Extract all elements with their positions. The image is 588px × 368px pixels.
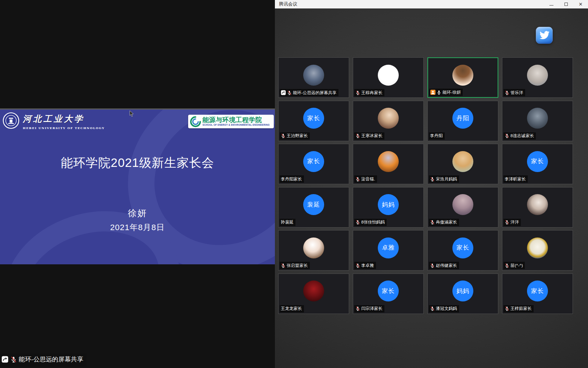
- participant-label: 李丹阳: [429, 132, 445, 140]
- muted-mic-icon: [355, 263, 360, 268]
- window-title: 腾讯会议: [275, 1, 297, 7]
- participant-name: 管乐洋: [510, 90, 523, 96]
- slide-date: 2021年8月8日: [0, 222, 275, 233]
- muted-mic-icon: [355, 220, 360, 225]
- tencent-meeting-logo: [536, 27, 553, 44]
- participant-tile[interactable]: 家长李泽昕家长: [502, 144, 573, 184]
- participant-name: 苗(^-^): [510, 263, 523, 268]
- participant-label: 宋浩月妈妈: [429, 175, 459, 183]
- participant-name: 能环-徐妍: [442, 90, 461, 95]
- participant-tile[interactable]: 洋洋: [502, 187, 573, 228]
- participant-name: 王治野家长: [287, 133, 308, 139]
- muted-mic-icon: [355, 90, 360, 95]
- participant-name: 闫宗泽家长: [361, 306, 383, 311]
- school-swirl-icon: [190, 116, 201, 128]
- participant-tile[interactable]: 张启盟家长: [278, 230, 349, 271]
- avatar: [452, 151, 473, 172]
- participant-tile[interactable]: 家长王治野家长: [278, 101, 349, 141]
- participant-tile[interactable]: 家长赵伟健家长: [427, 230, 498, 271]
- shared-screen-area: 河北工业大学 HEBEI UNIVERSITY OF TECHNOLOGY 能源…: [0, 0, 275, 368]
- school-name: 能源与环境工程学院: [202, 117, 270, 124]
- participant-name: 能环-公思远的屏幕共享: [293, 90, 337, 96]
- maximize-button[interactable]: [559, 0, 573, 8]
- participant-label: 王寒冰家长: [354, 132, 384, 140]
- slide-presenter-name: 徐妍: [0, 207, 275, 219]
- participant-tile[interactable]: 柒音猫.: [353, 144, 424, 184]
- participant-label: 李卓雅: [354, 262, 376, 269]
- window-controls: ✕: [544, 0, 588, 8]
- participant-name: 宋浩月妈妈: [436, 176, 457, 182]
- participant-name: 8张佳怡妈妈: [361, 219, 385, 225]
- participant-label: 孙裴延: [280, 219, 295, 226]
- participant-name: 李丹阳: [430, 133, 443, 139]
- participant-tile[interactable]: 裴延孙裴延: [278, 187, 349, 228]
- avatar: [527, 237, 548, 258]
- university-branding: 河北工业大学 HEBEI UNIVERSITY OF TECHNOLOGY: [3, 112, 105, 130]
- screen-share-icon: [1, 356, 8, 363]
- avatar: 家长: [303, 108, 324, 129]
- minimize-icon: [549, 5, 553, 6]
- participant-tile[interactable]: 家长李丹阳家长: [278, 144, 349, 184]
- avatar: 家长: [303, 151, 324, 172]
- participant-tile[interactable]: 妈妈潘冠文妈妈: [427, 274, 498, 314]
- participant-name: 洋洋: [510, 219, 519, 225]
- participant-label: 柒音猫.: [354, 175, 377, 183]
- participant-tile[interactable]: 丹阳李丹阳: [427, 101, 498, 141]
- avatar: [303, 237, 324, 258]
- participant-grid: 能环-公思远的屏幕共享王棕冉家长能环-徐妍管乐洋家长王治野家长王寒冰家长丹阳李丹…: [278, 57, 573, 314]
- participant-tile[interactable]: 能环-徐妍: [427, 57, 498, 98]
- avatar: 家长: [452, 237, 473, 258]
- avatar: 妈妈: [378, 194, 399, 215]
- avatar: 家长: [378, 281, 399, 301]
- participant-label: 王龙龙家长: [280, 305, 304, 312]
- close-icon: ✕: [579, 2, 583, 7]
- presentation-slide: 河北工业大学 HEBEI UNIVERSITY OF TECHNOLOGY 能源…: [0, 108, 275, 264]
- participant-tile[interactable]: 妈妈8张佳怡妈妈: [353, 187, 424, 228]
- muted-mic-icon: [505, 220, 509, 225]
- participant-tile[interactable]: 王寒冰家长: [353, 101, 424, 141]
- participant-label: 闫宗泽家长: [354, 305, 384, 312]
- avatar: [303, 65, 324, 86]
- muted-mic-icon: [505, 133, 509, 138]
- participant-tile[interactable]: 8连志诚家长: [502, 101, 573, 141]
- university-name-en: HEBEI UNIVERSITY OF TECHNOLOGY: [23, 126, 105, 130]
- participant-tile[interactable]: 管乐洋: [502, 57, 573, 98]
- minimize-button[interactable]: [544, 0, 559, 8]
- avatar: 家长: [527, 151, 548, 172]
- avatar: [527, 108, 548, 129]
- avatar: 妈妈: [452, 281, 473, 301]
- meeting-panel: 腾讯会议 ✕ 能环-公思远的屏幕共享王棕冉家长能环-徐妍管乐洋家长王治野家长王寒…: [275, 0, 588, 368]
- muted-mic-icon: [355, 133, 360, 138]
- close-button[interactable]: ✕: [573, 0, 588, 8]
- participant-label: 能环-徐妍: [429, 89, 463, 96]
- participant-name: 李丹阳家长: [281, 176, 302, 182]
- avatar: [378, 108, 399, 129]
- participant-name: 王梓茹家长: [510, 306, 532, 311]
- participant-name: 潘冠文妈妈: [436, 306, 457, 311]
- participant-label: 赵伟健家长: [429, 262, 459, 269]
- participant-label: 8连志诚家长: [503, 132, 536, 140]
- participant-name: 8连志诚家长: [510, 133, 534, 139]
- avatar: [378, 151, 399, 172]
- bird-icon: [539, 30, 550, 41]
- participant-tile[interactable]: 王棕冉家长: [353, 57, 424, 98]
- participant-tile[interactable]: 宋浩月妈妈: [427, 144, 498, 184]
- participant-tile[interactable]: 卓雅李卓雅: [353, 230, 424, 271]
- participant-tile[interactable]: 家长闫宗泽家长: [353, 274, 424, 314]
- muted-mic-icon: [281, 133, 286, 138]
- participant-tile[interactable]: 苗(^-^): [502, 230, 573, 271]
- host-badge-icon: [430, 90, 435, 95]
- muted-mic-icon: [355, 177, 360, 182]
- muted-mic-icon: [10, 356, 17, 363]
- participant-name: 冉傲涵家长: [436, 219, 457, 225]
- participant-tile[interactable]: 冉傲涵家长: [427, 187, 498, 228]
- avatar: [452, 194, 473, 215]
- participant-label: 8张佳怡妈妈: [354, 219, 387, 226]
- school-logo-badge: 能源与环境工程学院 SCHOOL OF ENERGY & ENVIRONMENT…: [188, 115, 274, 128]
- participant-label: 李丹阳家长: [280, 175, 304, 183]
- participant-tile[interactable]: 能环-公思远的屏幕共享: [278, 57, 349, 98]
- participant-tile[interactable]: 王龙龙家长: [278, 274, 349, 314]
- avatar: [378, 65, 399, 86]
- participant-tile[interactable]: 家长王梓茹家长: [502, 274, 573, 314]
- university-name: 河北工业大学: [23, 113, 105, 125]
